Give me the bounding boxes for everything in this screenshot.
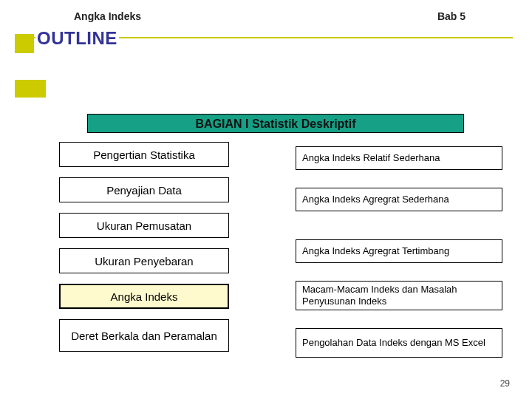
topic-box-angka-indeks: Angka Indeks [59, 284, 229, 309]
topic-box-pengertian: Pengertian Statistika [59, 142, 229, 167]
topic-box-penyebaran: Ukuran Penyebaran [59, 248, 229, 273]
right-column: Angka Indeks Relatif Sederhana Angka Ind… [296, 142, 517, 375]
section-banner: BAGIAN I Statistik Deskriptif [87, 114, 464, 133]
topic-box-pemusatan: Ukuran Pemusatan [59, 213, 229, 238]
subtopic-box-agregat-tertimbang: Angka Indeks Agregrat Tertimbang [296, 239, 502, 263]
page-title: OUTLINE [35, 28, 119, 49]
subtopic-box-excel: Pengolahan Data Indeks dengan MS Excel [296, 328, 502, 358]
subtopic-box-macam: Macam-Macam Indeks dan Masalah Penyusuna… [296, 281, 502, 310]
topic-box-penyajian: Penyajian Data [59, 177, 229, 202]
left-column: Pengertian Statistika Penyajian Data Uku… [59, 142, 281, 375]
topic-box-deret: Deret Berkala dan Peramalan [59, 319, 229, 352]
header-right: Bab 5 [437, 10, 466, 22]
subtopic-box-agregat-sederhana: Angka Indeks Agregrat Sederhana [296, 188, 502, 211]
content-columns: Pengertian Statistika Penyajian Data Uku… [0, 142, 532, 375]
page-number: 29 [500, 378, 510, 389]
accent-bar-icon [15, 80, 46, 98]
accent-square-icon [15, 34, 34, 53]
header-left: Angka Indeks [74, 10, 141, 22]
subtopic-box-relatif: Angka Indeks Relatif Sederhana [296, 146, 502, 170]
